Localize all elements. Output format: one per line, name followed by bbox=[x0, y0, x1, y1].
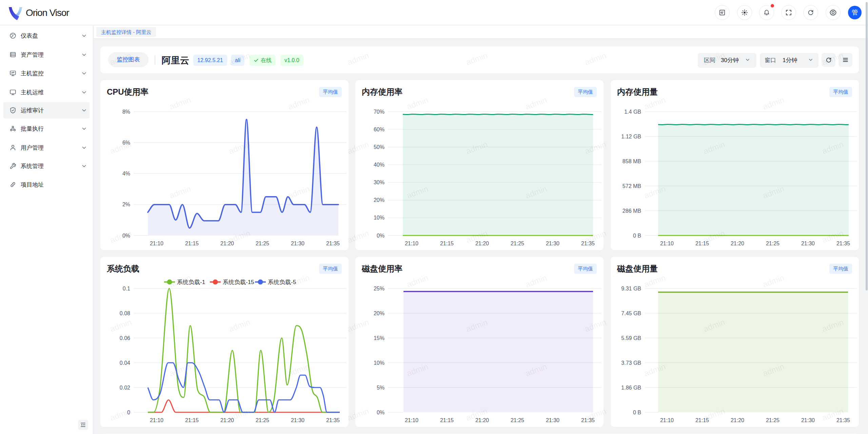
svg-text:21:10: 21:10 bbox=[150, 241, 163, 246]
svg-text:0%: 0% bbox=[377, 233, 384, 239]
svg-text:0.08: 0.08 bbox=[120, 310, 130, 316]
svg-text:7.45 GB: 7.45 GB bbox=[621, 310, 641, 316]
svg-text:0%: 0% bbox=[122, 233, 130, 239]
svg-text:20%: 20% bbox=[374, 197, 384, 203]
svg-text:60%: 60% bbox=[374, 127, 384, 132]
svg-text:21:25: 21:25 bbox=[766, 417, 780, 423]
svg-text:0.04: 0.04 bbox=[120, 360, 130, 366]
svg-text:1.86 GB: 1.86 GB bbox=[621, 385, 641, 391]
svg-text:21:30: 21:30 bbox=[801, 417, 815, 423]
svg-text:21:25: 21:25 bbox=[256, 241, 269, 246]
svg-text:2%: 2% bbox=[122, 202, 130, 207]
svg-text:30%: 30% bbox=[374, 180, 384, 185]
svg-text:0%: 0% bbox=[377, 410, 384, 415]
svg-text:21:30: 21:30 bbox=[291, 241, 304, 246]
svg-text:40%: 40% bbox=[374, 162, 384, 168]
svg-text:0 B: 0 B bbox=[633, 410, 641, 415]
svg-text:21:35: 21:35 bbox=[581, 417, 595, 423]
svg-text:0: 0 bbox=[127, 410, 130, 415]
svg-text:21:15: 21:15 bbox=[695, 417, 709, 423]
svg-text:21:35: 21:35 bbox=[581, 241, 595, 246]
svg-text:21:15: 21:15 bbox=[185, 417, 199, 423]
svg-text:6%: 6% bbox=[122, 140, 130, 146]
svg-text:3.73 GB: 3.73 GB bbox=[621, 360, 641, 366]
svg-text:21:30: 21:30 bbox=[291, 417, 304, 423]
svg-text:572 MB: 572 MB bbox=[623, 183, 641, 189]
svg-text:21:20: 21:20 bbox=[731, 241, 744, 246]
svg-text:5%: 5% bbox=[377, 385, 384, 391]
svg-text:21:20: 21:20 bbox=[475, 241, 489, 246]
svg-text:21:30: 21:30 bbox=[546, 417, 559, 423]
svg-text:系统负载-5: 系统负载-5 bbox=[268, 279, 296, 285]
svg-text:21:25: 21:25 bbox=[511, 417, 524, 423]
svg-text:系统负载-1: 系统负载-1 bbox=[177, 279, 205, 285]
svg-text:0.1: 0.1 bbox=[123, 286, 130, 291]
svg-text:21:30: 21:30 bbox=[546, 241, 559, 246]
svg-text:0.02: 0.02 bbox=[120, 385, 130, 391]
svg-text:1.4 GB: 1.4 GB bbox=[624, 109, 641, 115]
svg-text:70%: 70% bbox=[374, 109, 384, 115]
svg-text:21:25: 21:25 bbox=[511, 241, 524, 246]
svg-text:21:10: 21:10 bbox=[405, 417, 418, 423]
svg-text:21:10: 21:10 bbox=[405, 241, 418, 246]
svg-text:21:35: 21:35 bbox=[326, 417, 340, 423]
svg-text:21:35: 21:35 bbox=[326, 241, 340, 246]
svg-text:21:10: 21:10 bbox=[660, 417, 674, 423]
svg-text:0.06: 0.06 bbox=[120, 335, 130, 341]
svg-text:1.12 GB: 1.12 GB bbox=[621, 134, 641, 139]
svg-text:10%: 10% bbox=[374, 360, 384, 366]
svg-text:21:25: 21:25 bbox=[256, 417, 269, 423]
svg-text:5.59 GB: 5.59 GB bbox=[621, 335, 641, 341]
svg-text:0 B: 0 B bbox=[633, 233, 641, 239]
svg-text:20%: 20% bbox=[374, 310, 384, 316]
svg-text:21:15: 21:15 bbox=[185, 241, 199, 246]
svg-text:8%: 8% bbox=[122, 109, 130, 115]
svg-text:50%: 50% bbox=[374, 144, 384, 150]
svg-text:21:10: 21:10 bbox=[660, 241, 674, 246]
svg-text:25%: 25% bbox=[374, 286, 384, 291]
svg-text:21:15: 21:15 bbox=[440, 417, 454, 423]
svg-text:21:30: 21:30 bbox=[801, 241, 815, 246]
svg-text:286 MB: 286 MB bbox=[623, 208, 641, 214]
svg-text:系统负载-15: 系统负载-15 bbox=[223, 279, 254, 285]
svg-text:858 MB: 858 MB bbox=[623, 158, 641, 164]
svg-text:21:20: 21:20 bbox=[220, 417, 234, 423]
svg-text:9.31 GB: 9.31 GB bbox=[621, 286, 641, 291]
svg-text:21:20: 21:20 bbox=[731, 417, 744, 423]
svg-text:21:25: 21:25 bbox=[766, 241, 780, 246]
svg-text:15%: 15% bbox=[374, 335, 384, 341]
svg-text:10%: 10% bbox=[374, 215, 384, 221]
svg-text:21:35: 21:35 bbox=[836, 417, 850, 423]
svg-text:21:15: 21:15 bbox=[695, 241, 709, 246]
svg-text:21:15: 21:15 bbox=[440, 241, 454, 246]
svg-text:21:35: 21:35 bbox=[836, 241, 850, 246]
svg-text:21:20: 21:20 bbox=[220, 241, 234, 246]
svg-text:4%: 4% bbox=[122, 171, 130, 176]
svg-text:21:10: 21:10 bbox=[150, 417, 163, 423]
svg-text:21:20: 21:20 bbox=[475, 417, 489, 423]
